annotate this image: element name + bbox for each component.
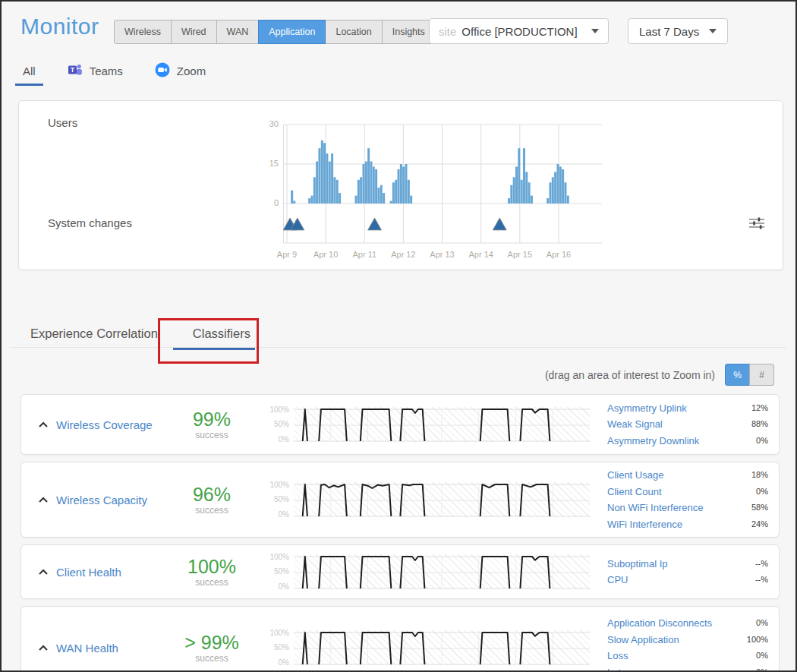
classifier-metrics: Application Disconnects0% Slow Applicati… [607,615,768,672]
subtab-teams[interactable]: T Teams [68,62,123,80]
metric-row: CPU--% [607,572,768,588]
users-chart-xlabel: Apr 15 [499,250,540,259]
unit-toggle: % # [726,364,774,386]
metric-link[interactable]: Application Disconnects [607,615,712,632]
metric-value: --% [755,556,768,573]
success-rate-label: success [159,577,265,588]
site-selector[interactable]: site Office [PRODUCTION] [429,18,609,44]
sparkline-axis-labels: 100% 50% 0% [265,554,291,589]
axis-0: 0% [265,435,289,443]
time-range-value: Last 7 Days [639,25,699,38]
success-rate-value: > 99% [159,633,265,652]
users-chart-xlabel: Apr 14 [461,250,502,259]
svg-text:T: T [70,66,74,74]
metric-value: 100% [747,632,768,648]
section-tabs: Experience Correlation Classifiers [30,327,250,341]
nav-tab-wireless[interactable]: Wireless [114,20,172,44]
chart-settings-sliders-icon[interactable] [748,216,765,233]
collapse-chevron-up-icon[interactable] [38,495,49,505]
metric-value: 0% [756,615,768,632]
metric-link[interactable]: Asymmetry Downlink [607,433,699,450]
metric-link[interactable]: Client Usage [607,467,663,484]
classifier-name-link[interactable]: Wireless Coverage [56,418,159,431]
metric-value: 58% [751,500,768,516]
users-chart-plot[interactable] [283,124,602,244]
users-chart-xlabel: Apr 11 [344,250,385,259]
users-chart-xlabel: Apr 13 [422,250,463,259]
metric-row: Slow Application100% [607,632,768,648]
nav-tab-wired[interactable]: Wired [171,20,217,44]
metric-link[interactable]: Client Count [607,484,662,500]
axis-50: 50% [265,420,289,428]
sparkline-axis-labels: 100% 50% 0% [265,407,291,442]
metric-row: Application Disconnects0% [607,615,768,632]
system-changes-row-label: System changes [48,216,132,229]
metric-link[interactable]: Weak Signal [607,416,663,433]
page-title: Monitor [20,14,99,39]
axis-100: 100% [265,405,289,414]
nav-tab-location[interactable]: Location [325,20,382,44]
classifier-name-link[interactable]: Wireless Capacity [56,494,159,506]
success-rate-value: 100% [159,557,265,576]
collapse-chevron-up-icon[interactable] [38,420,49,430]
metric-link[interactable]: Loss [607,648,628,664]
metric-row: Weak Signal88% [607,416,768,433]
metric-value: 88% [751,416,768,433]
classifier-name-link[interactable]: WAN Health [56,642,159,655]
metric-link[interactable]: WiFi Interference [607,516,682,533]
collapse-chevron-up-icon[interactable] [38,643,49,653]
chevron-down-icon [591,29,599,33]
success-rate: 99% success [159,409,265,440]
metric-row: WiFi Interference24% [607,516,768,533]
classifier-sparkline[interactable] [294,482,590,517]
users-chart-ytick: 30 [260,119,279,128]
classifier-metrics: Client Usage18% Client Count0% Non WiFi … [607,467,768,532]
section-tabs-divider [11,347,786,348]
monitor-screen: Monitor Wireless Wired WAN Application L… [0,0,797,672]
classifier-sparkline[interactable] [294,554,590,589]
nav-tab-insights[interactable]: Insights [382,20,436,44]
metric-value: 24% [751,516,768,533]
tab-classifiers[interactable]: Classifiers [193,327,250,341]
classifier-cards: Wireless Coverage 99% success 100% 50% 0… [20,394,780,672]
metric-row: Suboptimal Ip--% [607,556,768,573]
collapse-chevron-up-icon[interactable] [38,567,49,577]
classifier-metrics: Asymmetry Uplink12% Weak Signal88% Asymm… [607,400,768,450]
axis-50: 50% [265,495,289,503]
subtab-all[interactable]: All [23,65,36,77]
chevron-down-icon [709,29,717,33]
subtab-zoom[interactable]: Zoom [155,62,206,80]
subtab-all-label: All [23,65,36,77]
sparkline-axis-labels: 100% 50% 0% [265,482,291,517]
axis-100: 100% [265,553,289,561]
classifier-name-link[interactable]: Client Health [56,566,159,579]
site-selector-prefix: site [439,25,456,38]
time-range-selector[interactable]: Last 7 Days [628,18,728,44]
subtab-teams-label: Teams [90,65,123,77]
sparkline-axis-labels: 100% 50% 0% [265,630,291,665]
unit-toggle-percent-button[interactable]: % [725,364,750,386]
metric-link[interactable]: Asymmetry Uplink [607,400,687,417]
success-rate: 96% success [159,484,265,516]
classifier-sparkline[interactable] [294,407,590,442]
unit-toggle-count-button[interactable]: # [749,364,774,386]
success-rate: > 99% success [159,633,265,664]
success-rate-label: success [159,505,265,516]
metric-value: 0% [756,484,768,500]
nav-tab-application[interactable]: Application [258,20,326,44]
tab-experience-correlation[interactable]: Experience Correlation [30,327,158,341]
metric-link[interactable]: CPU [607,572,628,588]
nav-tab-wan[interactable]: WAN [216,20,260,44]
metric-row: Client Usage18% [607,467,768,484]
axis-50: 50% [265,567,289,576]
classifier-sparkline[interactable] [294,630,590,665]
users-chart-xlabel: Apr 12 [383,250,424,259]
metric-link[interactable]: Non WiFi Interference [607,500,703,516]
axis-50: 50% [265,643,289,651]
metric-link[interactable]: Slow Application [607,632,679,648]
hint-row: (drag an area of interest to Zoom in) % … [545,364,774,386]
metric-link[interactable]: Latency [607,664,642,672]
metric-link[interactable]: Suboptimal Ip [607,556,668,573]
classifier-card-client-health: Client Health 100% success 100% 50% 0% S… [20,544,780,599]
metric-row: Client Count0% [607,484,768,500]
